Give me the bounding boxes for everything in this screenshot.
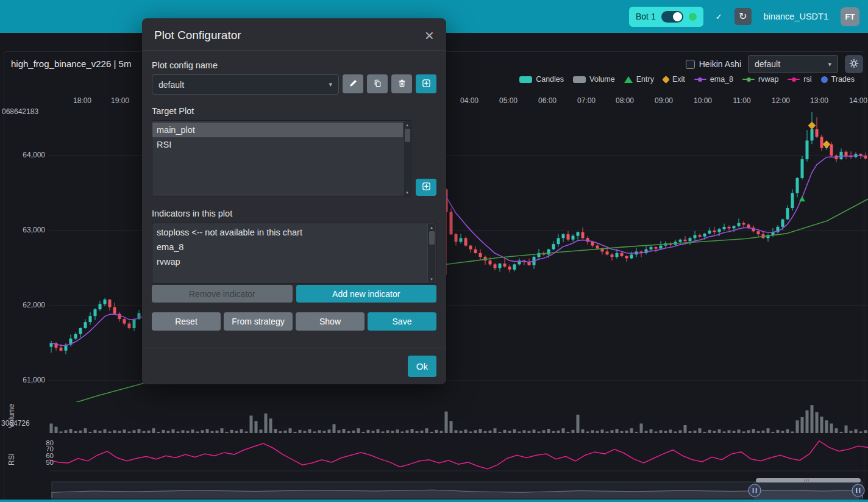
plot-config-dropdown[interactable]: default ▾	[748, 55, 838, 73]
show-button[interactable]: Show	[296, 312, 365, 331]
candles-marker-icon	[519, 76, 532, 83]
close-icon[interactable]: ×	[425, 29, 434, 41]
legend-item-exit[interactable]: Exit	[663, 75, 685, 84]
chart-title: high_frog_binance_v226 | 5m	[11, 59, 131, 69]
legend-label: Entry	[636, 75, 654, 84]
duplicate-config-button[interactable]	[367, 74, 388, 93]
datazoom-handle-right[interactable]	[852, 484, 864, 497]
target-plot-label: Target Plot	[152, 106, 436, 116]
legend-label: ema_8	[710, 75, 733, 84]
heikin-ashi-checkbox[interactable]	[686, 60, 695, 69]
indicator-option[interactable]: ema_8	[152, 240, 427, 254]
heikin-ashi-label: Heikin Ashi	[699, 59, 741, 69]
legend-item-ema_8[interactable]: ema_8	[694, 75, 733, 84]
scrollbar-thumb[interactable]	[405, 129, 410, 142]
volume-series	[50, 405, 867, 433]
scrollbar-thumb[interactable]	[429, 231, 435, 245]
modal-body: Plot config name default ▾	[142, 51, 446, 331]
rvwap-marker-icon	[742, 79, 755, 80]
bot-selector[interactable]: Bot 1	[629, 7, 703, 27]
plot-config-name-label: Plot config name	[152, 60, 436, 70]
datazoom-handle-left[interactable]	[749, 484, 761, 497]
check-icon: ✓	[716, 12, 722, 21]
modal-header: Plot Configurator ×	[142, 18, 446, 51]
legend-item-entry[interactable]: Entry	[624, 75, 654, 84]
remove-indicator-button[interactable]: Remove indicator	[152, 285, 293, 303]
bot-online-indicator	[689, 13, 697, 21]
volume-marker-icon	[573, 76, 586, 83]
bottom-accent-bar	[0, 500, 868, 502]
add-plot-button[interactable]	[416, 179, 436, 196]
refresh-button[interactable]: ↻	[735, 8, 752, 25]
legend-label: Candles	[536, 75, 564, 84]
legend-item-volume[interactable]: Volume	[573, 75, 615, 84]
config-actions-row: Reset From strategy Show Save	[152, 312, 436, 331]
chevron-down-icon: ▾	[828, 60, 831, 68]
user-avatar-button[interactable]: FT	[841, 7, 859, 26]
refresh-icon: ↻	[739, 12, 747, 21]
legend-label: rvwap	[758, 75, 778, 84]
chart-legend: CandlesVolumeEntryExitema_8rvwaprsiTrade…	[519, 75, 855, 84]
from-strategy-button[interactable]: From strategy	[224, 312, 293, 331]
scroll-up-icon[interactable]: ▴	[406, 123, 408, 127]
scroll-up-icon[interactable]: ▴	[430, 225, 433, 229]
plot-config-name-select[interactable]: default ▾	[152, 74, 339, 95]
datazoom-navigator[interactable]	[52, 482, 864, 499]
reset-button[interactable]: Reset	[152, 312, 221, 331]
plot-settings-button[interactable]	[845, 55, 863, 73]
legend-label: Exit	[672, 75, 685, 84]
ema_8-marker-icon	[694, 79, 706, 80]
legend-item-rvwap[interactable]: rvwap	[742, 75, 778, 84]
bot-name-label: Bot 1	[636, 12, 656, 21]
plot-config-name-value: default	[158, 80, 184, 90]
legend-item-rsi[interactable]: rsi	[788, 75, 811, 84]
pencil-icon	[349, 79, 358, 90]
legend-item-trades[interactable]: Trades	[821, 75, 855, 84]
bot-toggle[interactable]	[661, 11, 683, 23]
rsi-marker-icon	[788, 79, 800, 80]
chevron-down-icon: ▾	[329, 81, 332, 88]
toggle-knob	[673, 12, 682, 21]
plot-config-dropdown-value: default	[755, 59, 780, 69]
indicator-buttons-row: Remove indicator Add new indicator	[152, 285, 436, 303]
legend-item-candles[interactable]: Candles	[519, 75, 564, 84]
target-plot-option[interactable]: RSI	[152, 137, 403, 152]
legend-label: Volume	[589, 75, 615, 84]
save-button[interactable]: Save	[368, 312, 436, 331]
modal-title: Plot Configurator	[154, 29, 241, 42]
modal-footer: Ok	[142, 348, 446, 384]
ok-button[interactable]: Ok	[408, 356, 436, 377]
copy-icon	[373, 79, 382, 90]
target-plot-row: ▴ ▾ main_plotRSI	[152, 120, 436, 197]
legend-label: Trades	[831, 75, 855, 84]
indicators-listbox[interactable]: ▴ ▾ stoploss <-- not available in this c…	[152, 223, 436, 284]
scroll-down-icon[interactable]: ▾	[406, 190, 408, 195]
rename-config-button[interactable]	[343, 74, 363, 93]
exit-marker-icon	[662, 76, 670, 84]
plus-icon	[422, 79, 431, 90]
plot-configurator-dialog: Plot Configurator × Plot config name def…	[142, 18, 446, 384]
entry-marker	[799, 196, 805, 201]
config-name-row: default ▾	[152, 74, 436, 95]
target-plot-option[interactable]: main_plot	[152, 123, 403, 137]
legend-label: rsi	[803, 75, 811, 84]
indicators-label: Indicators in this plot	[152, 209, 436, 218]
add-config-button[interactable]	[416, 74, 436, 93]
target-plot-listbox[interactable]: ▴ ▾ main_plotRSI	[152, 120, 412, 197]
listbox-scrollbar[interactable]: ▴ ▾	[403, 121, 411, 196]
scroll-down-icon[interactable]: ▾	[430, 277, 433, 281]
indicator-option[interactable]: rvwap	[152, 254, 427, 269]
entry-marker-icon	[624, 76, 633, 83]
delete-config-button[interactable]	[391, 74, 412, 93]
exit-marker	[808, 121, 816, 129]
pair-label: binance_USDT1	[764, 12, 828, 21]
gear-icon	[849, 59, 859, 70]
indicator-option[interactable]: stoploss <-- not available in this chart	[152, 225, 427, 240]
chart-controls: Heikin Ashi default ▾	[686, 55, 863, 73]
add-new-indicator-button[interactable]: Add new indicator	[296, 285, 437, 303]
trash-icon	[397, 79, 407, 90]
plus-icon	[422, 182, 431, 193]
exit-marker	[823, 140, 831, 148]
listbox-scrollbar[interactable]: ▴ ▾	[427, 224, 435, 282]
rsi-line	[49, 441, 868, 469]
